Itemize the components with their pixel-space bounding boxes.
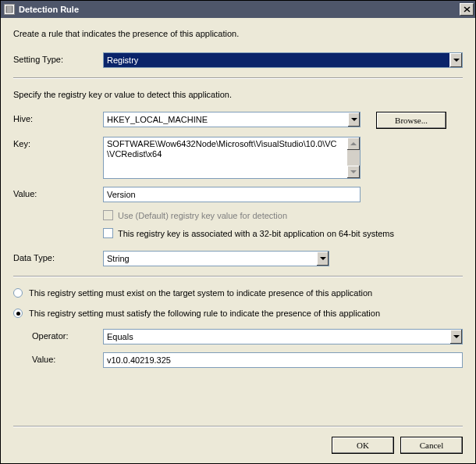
- rule-value-text: v10.0.40219.325: [107, 355, 171, 365]
- rule-value-input[interactable]: v10.0.40219.325: [103, 352, 463, 368]
- use-default-label: Use (Default) registry key value for det…: [118, 211, 287, 220]
- chevron-down-icon: [316, 252, 329, 266]
- key-value: SOFTWARE\Wow6432Node\Microsoft\VisualStu…: [107, 139, 357, 159]
- cancel-button[interactable]: Cancel: [400, 437, 463, 454]
- data-type-label: Data Type:: [13, 251, 103, 262]
- setting-type-label: Setting Type:: [13, 52, 103, 64]
- scroll-down-icon[interactable]: [347, 166, 360, 178]
- setting-type-value: Registry: [107, 55, 138, 65]
- hive-label: Hive:: [13, 112, 103, 123]
- rule-value-label: Value:: [32, 352, 103, 364]
- close-button[interactable]: [460, 3, 474, 16]
- value-label: Value:: [13, 187, 103, 198]
- browse-label: Browse...: [395, 116, 428, 125]
- browse-button[interactable]: Browse...: [376, 112, 446, 129]
- use-default-checkbox: [103, 210, 113, 220]
- registry-intro: Specify the registry key or value to det…: [13, 90, 463, 99]
- chevron-down-icon: [347, 112, 360, 127]
- chevron-down-icon: [449, 330, 462, 344]
- divider: [13, 426, 463, 427]
- intro-text: Create a rule that indicates the presenc…: [13, 29, 463, 38]
- value-text: Version: [107, 190, 136, 199]
- value-input[interactable]: Version: [103, 187, 361, 202]
- scroll-up-icon[interactable]: [347, 137, 360, 150]
- radio-must-satisfy[interactable]: [13, 309, 23, 318]
- scrollbar[interactable]: [347, 137, 360, 178]
- key-input[interactable]: SOFTWARE\Wow6432Node\Microsoft\VisualStu…: [103, 137, 361, 179]
- app-icon: [4, 4, 15, 15]
- ok-button[interactable]: OK: [332, 437, 394, 454]
- setting-type-select[interactable]: Registry: [103, 52, 463, 68]
- divider: [13, 77, 463, 79]
- data-type-select[interactable]: String: [103, 251, 329, 266]
- divider: [13, 276, 463, 277]
- operator-label: Operator:: [32, 329, 103, 341]
- cancel-label: Cancel: [420, 441, 444, 450]
- assoc-32bit-label: This registry key is associated with a 3…: [118, 229, 394, 238]
- hive-select[interactable]: HKEY_LOCAL_MACHINE: [103, 112, 361, 127]
- data-type-value: String: [107, 254, 130, 263]
- radio-must-satisfy-label: This registry setting must satisfy the f…: [29, 309, 380, 318]
- window-title: Detection Rule: [19, 5, 460, 14]
- ok-label: OK: [357, 441, 369, 450]
- radio-must-exist[interactable]: [13, 288, 23, 298]
- hive-value: HKEY_LOCAL_MACHINE: [107, 115, 208, 124]
- chevron-down-icon: [449, 53, 462, 67]
- key-label: Key:: [13, 137, 103, 148]
- operator-value: Equals: [107, 332, 133, 341]
- radio-must-exist-label: This registry setting must exist on the …: [29, 288, 372, 298]
- title-bar: Detection Rule: [1, 1, 475, 18]
- assoc-32bit-checkbox[interactable]: [103, 228, 113, 238]
- operator-select[interactable]: Equals: [103, 329, 463, 344]
